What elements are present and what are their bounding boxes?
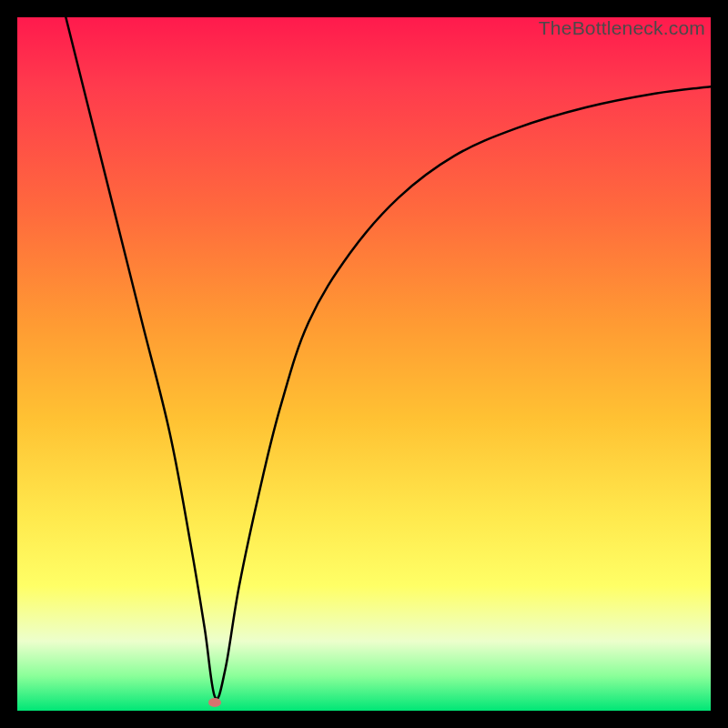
chart-area: TheBottleneck.com xyxy=(17,17,711,711)
bottleneck-curve xyxy=(17,17,711,711)
optimum-marker xyxy=(208,698,221,707)
